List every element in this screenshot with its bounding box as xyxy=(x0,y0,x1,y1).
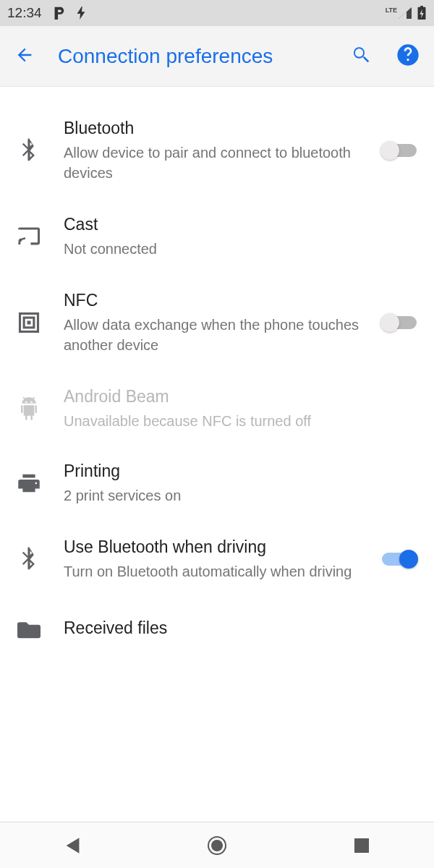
app-bar: Connection preferences xyxy=(0,26,434,87)
search-button[interactable] xyxy=(350,44,372,69)
folder-icon xyxy=(14,620,43,639)
help-button[interactable] xyxy=(396,43,420,69)
setting-nfc[interactable]: NFC Allow data exchange when the phone t… xyxy=(0,273,434,371)
setting-title: NFC xyxy=(64,289,370,312)
setting-bluetooth[interactable]: Bluetooth Allow device to pair and conne… xyxy=(0,101,434,199)
setting-subtitle: Allow data exchange when the phone touch… xyxy=(64,315,370,355)
lte-signal-icon: LTE xyxy=(386,7,412,20)
nav-back-button[interactable] xyxy=(43,836,101,855)
bluetooth-toggle[interactable] xyxy=(382,144,417,157)
status-time: 12:34 xyxy=(7,5,42,21)
nav-home-button[interactable] xyxy=(188,835,246,856)
setting-title: Printing xyxy=(64,460,417,482)
setting-title: Android Beam xyxy=(64,386,417,408)
bluetooth-icon xyxy=(14,547,43,571)
nfc-toggle[interactable] xyxy=(382,316,417,329)
nfc-icon xyxy=(14,312,43,333)
bluetooth-icon xyxy=(14,138,43,163)
print-icon xyxy=(14,472,43,494)
lightning-icon xyxy=(75,6,87,20)
setting-title: Received files xyxy=(64,617,417,639)
svg-point-5 xyxy=(211,840,223,851)
back-button[interactable] xyxy=(14,45,35,68)
status-bar: 12:34 LTE xyxy=(0,0,434,26)
page-title: Connection preferences xyxy=(58,45,350,68)
setting-title: Cast xyxy=(64,213,417,236)
setting-subtitle: Allow device to pair and connect to blue… xyxy=(64,142,370,183)
setting-subtitle: Not connected xyxy=(64,239,417,259)
setting-subtitle: Unavailable because NFC is turned off xyxy=(64,411,417,431)
setting-received-files[interactable]: Received files xyxy=(0,597,434,661)
setting-subtitle: 2 print services on xyxy=(64,485,417,506)
settings-list: Bluetooth Allow device to pair and conne… xyxy=(0,87,434,661)
setting-subtitle: Turn on Bluetooth automatically when dri… xyxy=(64,561,370,582)
setting-bluetooth-driving[interactable]: Use Bluetooth when driving Turn on Bluet… xyxy=(0,520,434,597)
setting-printing[interactable]: Printing 2 print services on xyxy=(0,446,434,520)
svg-rect-3 xyxy=(27,320,31,324)
bluetooth-driving-toggle[interactable] xyxy=(382,553,417,566)
nav-recents-button[interactable] xyxy=(333,838,391,854)
setting-title: Use Bluetooth when driving xyxy=(64,536,370,558)
p-icon xyxy=(52,6,65,20)
cast-icon xyxy=(14,226,43,247)
android-icon xyxy=(14,396,43,421)
setting-cast[interactable]: Cast Not connected xyxy=(0,199,434,273)
navigation-bar xyxy=(0,822,434,868)
svg-rect-6 xyxy=(354,838,369,853)
setting-title: Bluetooth xyxy=(64,117,370,140)
setting-android-beam: Android Beam Unavailable because NFC is … xyxy=(0,371,434,446)
battery-charging-icon xyxy=(417,6,427,20)
